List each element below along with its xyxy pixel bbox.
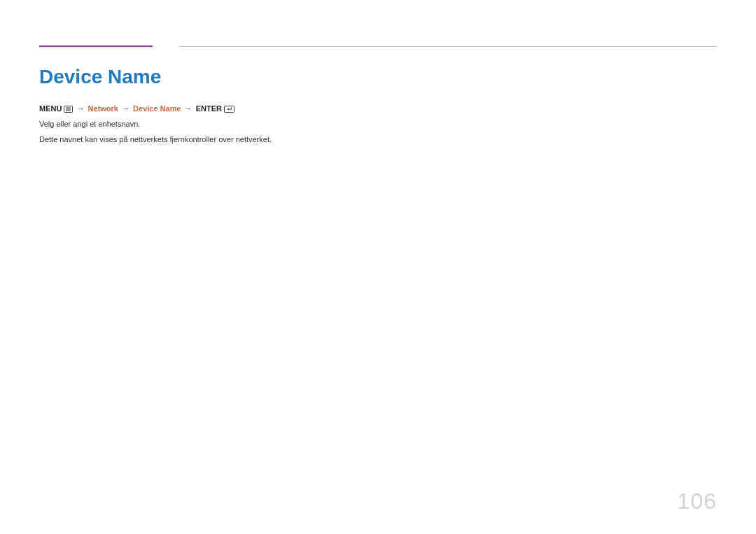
nav-arrow-1: → bbox=[76, 104, 86, 113]
nav-arrow-2: → bbox=[120, 104, 131, 113]
menu-icon bbox=[64, 106, 73, 113]
body-paragraph-2: Dette navnet kan vises på nettverkets fj… bbox=[39, 134, 717, 146]
content-area: Device Name MENU → Network → Device Name… bbox=[39, 66, 717, 148]
nav-enter-label: ENTER bbox=[196, 104, 222, 113]
enter-icon bbox=[224, 106, 234, 113]
page-number: 106 bbox=[678, 489, 717, 514]
nav-menu-label: MENU bbox=[39, 104, 62, 113]
header-rule-long bbox=[179, 46, 717, 47]
header-rule-bg bbox=[39, 47, 153, 48]
document-page: Device Name MENU → Network → Device Name… bbox=[0, 0, 756, 534]
nav-network: Network bbox=[88, 104, 118, 113]
nav-arrow-3: → bbox=[183, 104, 194, 113]
body-paragraph-1: Velg eller angi et enhetsnavn. bbox=[39, 118, 717, 130]
section-heading: Device Name bbox=[39, 66, 717, 88]
nav-device-name: Device Name bbox=[133, 104, 181, 113]
menu-navigation-path: MENU → Network → Device Name → ENTER bbox=[39, 104, 717, 114]
